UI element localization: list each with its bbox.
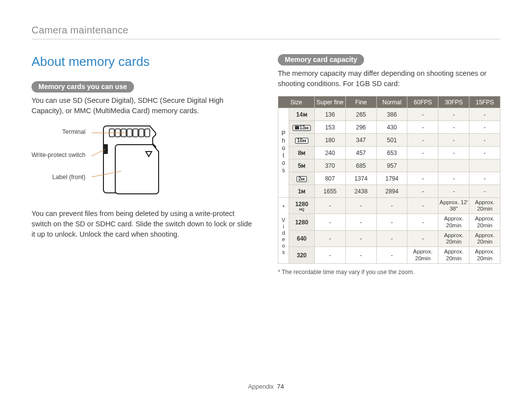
table-row: 5ᴍ370685957 <box>278 159 500 172</box>
table-cell: - <box>345 247 376 263</box>
table-cell: - <box>315 198 346 214</box>
table-row: 2ᴍ80713741794--- <box>278 172 500 185</box>
table-cell: 370 <box>315 159 346 172</box>
capacity-footnote: * The recordable time may vary if you us… <box>278 269 500 276</box>
table-cell: - <box>407 121 438 134</box>
table-cell: - <box>315 230 346 247</box>
table-cell: 153 <box>315 121 346 134</box>
table-row: ⯀13ᴍ153296430--- <box>278 121 500 134</box>
table-cell: - <box>469 147 500 159</box>
th-fine: Fine <box>345 96 376 108</box>
table-row: * Videos1280HQ----Approx. 12' 38''Approx… <box>278 198 500 214</box>
size-icon-cell: 640 <box>289 230 315 247</box>
size-icon-cell: 1ᴍ <box>289 185 315 198</box>
table-cell: 347 <box>345 134 376 147</box>
table-cell <box>407 159 438 172</box>
table-row: 640----Approx. 20minApprox. 20min <box>278 230 500 247</box>
table-cell: 1374 <box>345 172 376 185</box>
table-cell: 180 <box>315 134 346 147</box>
table-header-row: Size Super fine Fine Normal 60FPS 30FPS … <box>278 96 500 108</box>
table-cell: - <box>376 230 407 247</box>
header-rule <box>32 39 500 39</box>
th-size: Size <box>278 96 315 108</box>
capacity-table: Size Super fine Fine Normal 60FPS 30FPS … <box>278 96 500 264</box>
table-cell: - <box>345 198 376 214</box>
table-cell: - <box>315 247 346 263</box>
size-icon-cell: 10ᴍ <box>289 134 315 147</box>
table-cell: 1794 <box>376 172 407 185</box>
table-cell: Approx. 20min <box>438 214 469 230</box>
sd-card-illustration <box>92 122 175 201</box>
page-title: About memory cards <box>32 54 254 69</box>
table-cell: - <box>407 147 438 159</box>
table-row: 10ᴍ180347501--- <box>278 134 500 147</box>
table-row: 1ᴍ165524382894--- <box>278 185 500 198</box>
size-icon-cell: ⯀13ᴍ <box>289 121 315 134</box>
table-cell: 136 <box>315 108 346 121</box>
table-cell <box>438 159 469 172</box>
left-column: About memory cards Memory cards you can … <box>32 54 254 276</box>
table-row: Photos14ᴍ136265386--- <box>278 108 500 121</box>
table-cell: 501 <box>376 134 407 147</box>
row-group-photos: Photos <box>278 108 289 198</box>
footer-section: Appendix <box>248 383 274 390</box>
footer-page-number: 74 <box>277 383 284 390</box>
table-cell: - <box>438 172 469 185</box>
table-cell: 2894 <box>376 185 407 198</box>
svg-rect-5 <box>139 129 144 137</box>
table-cell: - <box>376 247 407 263</box>
diagram-label-terminal: Terminal <box>62 128 85 135</box>
table-cell: 2438 <box>345 185 376 198</box>
size-icon-cell: 5ᴍ <box>289 159 315 172</box>
size-icon-cell: 2ᴍ <box>289 172 315 185</box>
svg-rect-6 <box>145 129 150 137</box>
table-cell: 685 <box>345 159 376 172</box>
breadcrumb: Camera maintenance <box>32 25 500 36</box>
table-row: 8ᴍ240457653--- <box>278 147 500 159</box>
size-icon-cell: 8ᴍ <box>289 147 315 159</box>
th-30fps: 30FPS <box>438 96 469 108</box>
table-cell: - <box>407 172 438 185</box>
table-cell: - <box>407 108 438 121</box>
table-cell: - <box>345 214 376 230</box>
table-cell: Approx. 12' 38'' <box>438 198 469 214</box>
sd-card-diagram: Terminal Write-protect switch Label (fro… <box>32 122 254 201</box>
page-footer: Appendix 74 <box>0 383 532 390</box>
row-group-videos: * Videos <box>278 198 289 264</box>
size-icon-cell: 1280HQ <box>289 198 315 214</box>
table-cell: - <box>407 198 438 214</box>
table-cell: Approx. 20min <box>438 230 469 247</box>
svg-rect-4 <box>133 129 138 137</box>
table-cell: - <box>469 108 500 121</box>
paragraph-card-types: You can use SD (Secure Digital), SDHC (S… <box>32 95 254 116</box>
table-cell: - <box>376 198 407 214</box>
table-cell: Approx. 20min <box>469 247 500 263</box>
table-row: 1280----Approx. 20minApprox. 20min <box>278 214 500 230</box>
table-cell: 1655 <box>315 185 346 198</box>
size-icon-cell: 320 <box>289 247 315 263</box>
table-cell: 296 <box>345 121 376 134</box>
size-icon-cell: 1280 <box>289 214 315 230</box>
table-cell: - <box>315 214 346 230</box>
th-normal: Normal <box>376 96 407 108</box>
th-superfine: Super fine <box>315 96 346 108</box>
table-cell: - <box>376 214 407 230</box>
table-cell <box>469 159 500 172</box>
table-cell: 957 <box>376 159 407 172</box>
paragraph-capacity-intro: The memory capacity may differ depending… <box>278 68 500 89</box>
table-cell: - <box>438 134 469 147</box>
table-cell: - <box>407 230 438 247</box>
subhead-cards-you-can-use: Memory cards you can use <box>32 81 134 93</box>
table-cell: - <box>469 185 500 198</box>
th-60fps: 60FPS <box>407 96 438 108</box>
table-cell: Approx. 20min <box>469 214 500 230</box>
paragraph-write-protect: You can prevent files from being deleted… <box>32 209 254 240</box>
subhead-capacity: Memory card capacity <box>278 54 364 65</box>
diagram-label-write-protect: Write-protect switch <box>32 152 86 158</box>
capacity-table-wrap: Size Super fine Fine Normal 60FPS 30FPS … <box>278 96 500 264</box>
table-cell: - <box>469 172 500 185</box>
table-cell: 386 <box>376 108 407 121</box>
table-cell: - <box>407 185 438 198</box>
table-cell: Approx. 20min <box>438 247 469 263</box>
table-cell: - <box>438 121 469 134</box>
